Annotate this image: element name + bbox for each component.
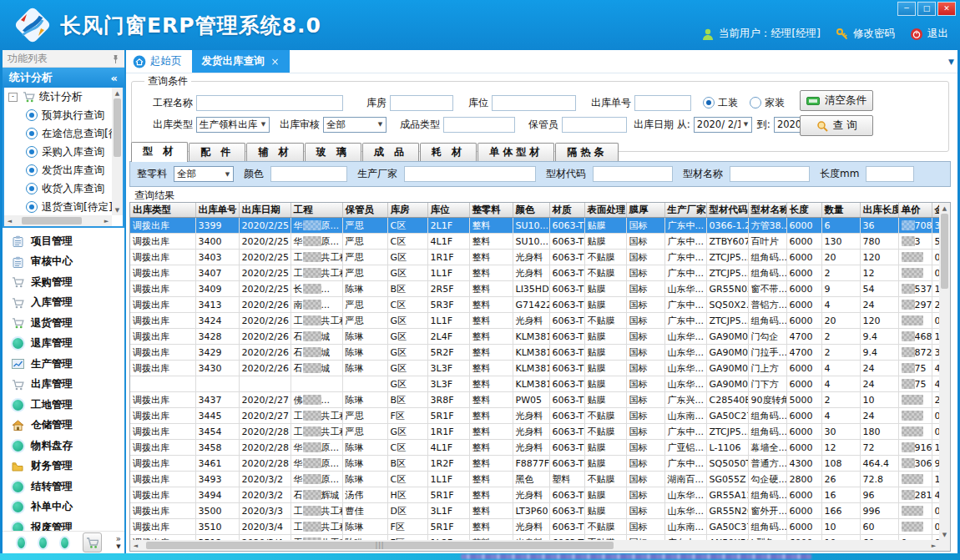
grid-column-header[interactable]: 型材名称 [748, 203, 786, 218]
table-row[interactable]: 调拨出库34942020/3/2石辉城汤伟H区5R1F整料光身料6063-T5贴… [130, 487, 951, 503]
table-row[interactable]: 调拨出库34282020/2/26石城陈琳G区2L4F整料KLM38176063… [130, 329, 951, 345]
product-type-input[interactable] [443, 117, 515, 133]
material-tab[interactable]: 辅 材 [246, 143, 303, 161]
material-tab[interactable]: 单体型材 [477, 143, 554, 161]
sidebar-item-folder[interactable]: 财务管理 [3, 457, 124, 477]
table-row[interactable]: 调拨出库34092020/2/25长...陈琳B区2R5F整料LI35HD606… [130, 281, 951, 297]
radio-home-decor[interactable]: 家装 [750, 96, 785, 110]
audit-select[interactable]: 全部▼ [323, 117, 387, 133]
sidebar-item-circle[interactable]: 物料盘存 [3, 436, 124, 457]
change-password-button[interactable]: 修改密码 [836, 27, 895, 41]
collapse-icon[interactable]: « [111, 72, 118, 84]
grid-column-header[interactable]: 出库单号 [195, 203, 239, 218]
sidebar-item-circle[interactable]: 补单中心 [3, 497, 124, 518]
table-row[interactable]: 调拨出库34242020/2/26工共工程严思G区1L1F整料光身料6063-T… [130, 313, 951, 329]
material-tab[interactable]: 耗 材 [420, 143, 477, 161]
tab-home[interactable]: 起始页 [126, 50, 192, 73]
tree-item[interactable]: 发货出库查询 [4, 161, 112, 179]
material-tab[interactable]: 隔热条 [555, 143, 619, 161]
grid-column-header[interactable]: 库位 [427, 203, 469, 218]
scroll-down-icon[interactable]: ▼ [112, 204, 123, 215]
grid-column-header[interactable]: 材质 [549, 203, 584, 218]
location-input[interactable] [492, 95, 576, 111]
grid-column-header[interactable]: 膜厚 [626, 203, 664, 218]
tree-item[interactable]: 收货入库查询 [4, 179, 112, 198]
tree-item[interactable]: 预算执行查询 [4, 106, 112, 124]
date-from-select[interactable]: 2020/ 2/16▼ [694, 117, 752, 133]
table-row[interactable]: 调拨出库34292020/2/26石城陈琳G区5R2F整料KLM38176063… [130, 345, 951, 361]
tree-item[interactable]: 采购入库查询 [4, 143, 112, 161]
order-no-input[interactable] [634, 95, 691, 111]
table-row[interactable]: 调拨出库34072020/2/25工共工程严思G区1L1F整料光身料6063-T… [130, 265, 951, 281]
table-row[interactable]: 调拨出库35102020/3/4工共工程陈琳F区5R1F整料光身料6063-T5… [130, 519, 951, 535]
collapse-node-icon[interactable]: - [8, 93, 18, 102]
module-dot-icon[interactable] [61, 537, 68, 548]
scroll-right-icon[interactable]: ► [101, 215, 112, 226]
length-input[interactable] [866, 166, 914, 182]
profile-code-input[interactable] [593, 166, 673, 182]
scroll-down-icon[interactable]: ▼ [939, 529, 950, 540]
sidebar-item-clipboard[interactable]: 项目管理 [3, 231, 124, 252]
module-dot-icon[interactable] [39, 537, 47, 548]
sidebar-item-cart[interactable]: 出库管理 [3, 375, 124, 396]
tree-vertical-scrollbar[interactable]: ▲ ▼ [112, 88, 123, 215]
table-row[interactable]: 调拨出库34132020/2/26南...严思C区5R3F整料G71422606… [130, 297, 951, 313]
keeper-input[interactable] [562, 117, 627, 133]
tree-item[interactable]: 在途信息查询[待 [4, 124, 112, 143]
sidebar-item-home[interactable]: 仓储管理 [3, 416, 124, 436]
logout-button[interactable]: 退出 [910, 27, 948, 41]
color-input[interactable] [270, 166, 347, 182]
sidebar-item-cart[interactable]: 入库管理 [3, 293, 124, 314]
table-row[interactable]: 调拨出库34612020/2/28华原...陈琳B区1R2F整料F8877FT6… [130, 456, 951, 472]
scroll-left-icon[interactable]: ◄ [4, 215, 15, 226]
minimize-button[interactable]: ─ [897, 2, 916, 16]
warehouse-input[interactable] [390, 95, 453, 111]
scroll-up-icon[interactable]: ▲ [939, 203, 950, 214]
table-row[interactable]: 调拨出库34932020/3/2华原...陈琳C区1L1F整料黑色塑料不贴膜国标… [130, 472, 951, 487]
scroll-left-icon[interactable]: ◄ [130, 540, 141, 551]
sidebar-item-circle[interactable]: 结转管理 [3, 477, 124, 497]
grid-column-header[interactable]: 长度 [786, 203, 821, 218]
grid-column-header[interactable]: 出库类型 [130, 203, 195, 218]
material-tab[interactable]: 成 品 [362, 143, 419, 161]
project-name-input[interactable] [196, 95, 343, 111]
table-row[interactable]: 调拨出库33992020/2/25华原...严思C区2L1F整料SU10...6… [130, 218, 951, 234]
profile-name-input[interactable] [730, 166, 810, 182]
material-tab[interactable]: 型 材 [131, 142, 188, 162]
sidebar-section-header[interactable]: 统计分析 « [3, 68, 124, 88]
outbound-type-select[interactable]: 生产领料出库▼ [196, 117, 270, 133]
manufacturer-input[interactable] [404, 166, 536, 182]
grid-column-header[interactable]: 颜色 [513, 203, 549, 218]
maximize-button[interactable]: □ [917, 2, 936, 16]
scroll-right-icon[interactable]: ► [928, 540, 939, 551]
search-button[interactable]: 查 询 [800, 115, 873, 136]
table-row[interactable]: 调拨出库34032020/2/25工共工程严思G区1R1F整料光身料6063-T… [130, 250, 951, 265]
grid-column-header[interactable]: 生产厂家 [664, 203, 706, 218]
tree-item[interactable]: 退货查询[待定] [4, 198, 112, 215]
grid-column-header[interactable]: 数量 [821, 203, 860, 218]
overflow-chevron[interactable]: »▼ [116, 536, 121, 550]
grid-vertical-scrollbar[interactable]: ▲ ▼ [939, 203, 950, 540]
tab-list-dropdown-icon[interactable]: ▼ [948, 58, 954, 66]
grid-column-header[interactable]: 表面处理 [584, 203, 626, 218]
grid-column-header[interactable]: 保管员 [342, 203, 387, 218]
table-row[interactable]: 调拨出库34372020/2/27佛...陈琳B区3R8F整料PW056063-… [130, 392, 951, 408]
grid-horizontal-scrollbar[interactable]: ◄ ||| ► [130, 540, 939, 551]
whole-part-select[interactable]: 全部▼ [174, 166, 234, 182]
material-tab[interactable]: 玻 璃 [305, 143, 361, 161]
close-tab-icon[interactable]: × [271, 56, 280, 68]
tree-root[interactable]: -统计分析 [4, 88, 112, 106]
grid-column-header[interactable]: 出库长度 [860, 203, 898, 218]
table-row[interactable]: 调拨出库35002020/3/3工共工程曹佳D区3L1F整料LT3P606063… [130, 503, 951, 519]
grid-column-header[interactable]: 工程 [291, 203, 342, 218]
table-row[interactable]: G区3L3F整料KLM38176063-T5贴膜国标山东华...GA90M09.… [130, 376, 951, 392]
table-row[interactable]: 调拨出库34582020/2/28华原...陈琳C区4L1F整料光身料6063-… [130, 440, 951, 456]
sidebar-item-circle[interactable]: 退库管理 [3, 334, 124, 355]
sidebar-item-clipboard[interactable]: 审核中心 [3, 252, 124, 273]
table-row[interactable]: 调拨出库34542020/2/28工共工程严思G区1R1F整料光身料6063-T… [130, 424, 951, 440]
material-tab[interactable]: 配 件 [189, 143, 245, 161]
grid-column-header[interactable]: 单价 [898, 203, 932, 218]
grid-column-header[interactable]: 库房 [387, 203, 427, 218]
table-row[interactable]: 调拨出库34302020/2/26石城陈琳G区3L3F整料KLM38176063… [130, 361, 951, 376]
table-row[interactable]: 调拨出库34452020/2/27工共工程严思F区5R1F整料光身料6063-T… [130, 408, 951, 424]
